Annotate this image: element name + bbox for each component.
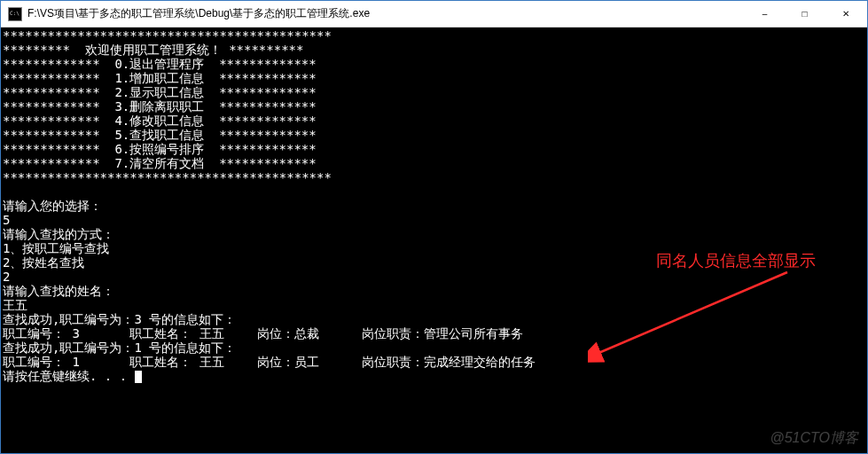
menu-item: ************* 0.退出管理程序 ************* <box>3 57 317 71</box>
menu-item: ************* 5.查找职工信息 ************* <box>3 128 317 142</box>
input-value: 5 <box>3 213 10 227</box>
menu-header: ********* 欢迎使用职工管理系统！ ********** <box>3 43 303 57</box>
continue-prompt: 请按任意键继续. . . <box>3 369 135 383</box>
search-option: 2、按姓名查找 <box>3 255 84 270</box>
menu-item: ************* 4.修改职工信息 ************* <box>3 114 317 128</box>
input-value: 王五 <box>3 298 27 312</box>
window-title: F:\VS项目\基于多态的职工管理系统\Debug\基于多态的职工管理系统.ex… <box>27 6 745 21</box>
menu-item: ************* 6.按照编号排序 ************* <box>3 142 317 156</box>
result-detail: 职工编号： 1 职工姓名： 王五 岗位：员工 岗位职责：完成经理交给的任务 <box>3 355 536 369</box>
console-output[interactable]: ****************************************… <box>1 27 867 384</box>
menu-item: ************* 7.清空所有文档 ************* <box>3 156 317 170</box>
titlebar[interactable]: F:\VS项目\基于多态的职工管理系统\Debug\基于多态的职工管理系统.ex… <box>1 1 867 27</box>
menu-item: ************* 2.显示职工信息 ************* <box>3 85 317 99</box>
maximize-button[interactable]: □ <box>785 1 825 27</box>
text-cursor <box>135 371 142 383</box>
border-line: ****************************************… <box>3 28 332 43</box>
annotation-label: 同名人员信息全部显示 <box>656 250 816 271</box>
watermark: @51CTO博客 <box>770 429 858 448</box>
menu-item: ************* 3.删除离职职工 ************* <box>3 99 317 114</box>
minimize-button[interactable]: – <box>745 1 785 27</box>
console-window: F:\VS项目\基于多态的职工管理系统\Debug\基于多态的职工管理系统.ex… <box>0 0 868 454</box>
result-found-line: 查找成功,职工编号为：3 号的信息如下： <box>3 312 236 326</box>
prompt-choose: 请输入您的选择： <box>3 199 102 213</box>
close-button[interactable]: ✕ <box>825 1 867 27</box>
border-line: ****************************************… <box>3 170 332 184</box>
prompt-search-mode: 请输入查找的方式： <box>3 227 114 241</box>
result-found-line: 查找成功,职工编号为：1 号的信息如下： <box>3 340 236 355</box>
input-value: 2 <box>3 270 10 284</box>
search-option: 1、按职工编号查找 <box>3 241 109 255</box>
result-detail: 职工编号： 3 职工姓名： 王五 岗位：总裁 岗位职责：管理公司所有事务 <box>3 326 523 340</box>
prompt-enter-name: 请输入查找的姓名： <box>3 284 114 298</box>
window-controls: – □ ✕ <box>745 1 867 27</box>
menu-item: ************* 1.增加职工信息 ************* <box>3 71 317 85</box>
console-app-icon <box>8 7 22 21</box>
